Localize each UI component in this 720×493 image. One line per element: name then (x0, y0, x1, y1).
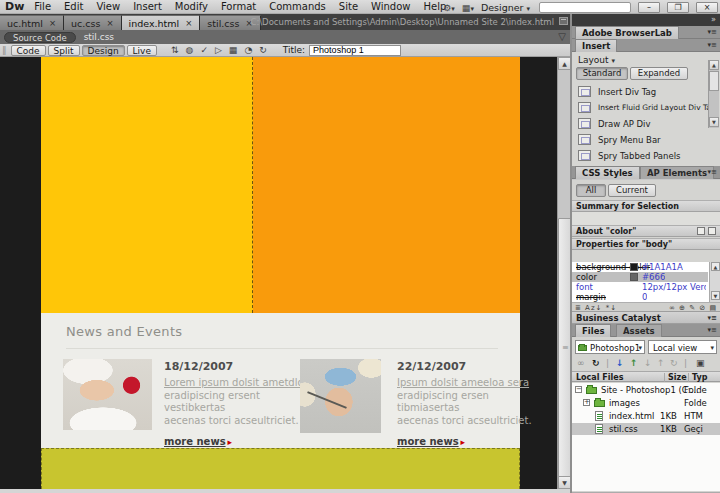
footer-div-block[interactable] (41, 448, 520, 489)
color-swatch[interactable] (630, 273, 638, 281)
tree-row-images[interactable]: + images Folde (572, 397, 720, 409)
preview-in-browser-icon[interactable]: ◍ (186, 45, 194, 55)
tab-uc-css[interactable]: uc.css× (64, 15, 122, 30)
panel-menu-icon[interactable]: ▾≡ (708, 168, 717, 176)
close-icon[interactable]: × (185, 18, 192, 28)
menu-view[interactable]: View (96, 1, 120, 12)
scrollbar-thumb[interactable] (709, 71, 719, 91)
css-prop-row[interactable]: background-color #1A1A1A (572, 262, 708, 272)
show-info-icon[interactable] (708, 227, 716, 235)
sync-icon[interactable]: ↻ (670, 358, 678, 368)
scroll-up-icon[interactable]: ▲ (709, 60, 719, 70)
collapse-expander-icon[interactable]: − (575, 386, 582, 393)
css-prop-row[interactable]: font 12px/12px Verdana, ... (572, 282, 708, 292)
get-files-icon[interactable]: ↓ (616, 358, 624, 368)
news-link[interactable]: Ipsum dolsit ameeloa sera (397, 377, 547, 390)
color-swatch[interactable] (630, 263, 638, 271)
source-code-button[interactable]: Source Code (4, 32, 76, 43)
files-panel-header[interactable]: Files Assets ▾≡ (572, 324, 720, 337)
menu-commands[interactable]: Commands (269, 1, 326, 12)
properties-scrollbar[interactable]: ▲ ▼ (709, 262, 720, 302)
workspace-switcher[interactable]: Designer ▾ (481, 2, 532, 13)
panel-menu-icon[interactable]: ▾≡ (708, 28, 717, 36)
css-prop-row[interactable]: margin 0 (572, 292, 708, 302)
menu-format[interactable]: Format (221, 1, 256, 12)
close-button[interactable]: × (696, 2, 718, 13)
filter-related-files-icon[interactable]: ▽ (558, 31, 566, 42)
extension-manager-icon[interactable]: ⚙▾ (443, 2, 455, 13)
menu-edit[interactable]: Edit (64, 1, 83, 12)
spry-menu-bar-item[interactable]: Spry Menu Bar (572, 132, 706, 148)
all-mode-button[interactable]: All (576, 184, 606, 197)
browserlab-panel-header[interactable]: Adobe BrowserLab ▾≡ (572, 26, 720, 39)
tab-index-html[interactable]: index.html× (122, 15, 201, 30)
scroll-down-icon[interactable]: ▼ (711, 291, 720, 300)
insert-scrollbar[interactable]: ▲ ▼ (708, 60, 719, 128)
check-browser-compat-icon[interactable]: ▷ (215, 45, 222, 55)
panel-menu-icon[interactable]: ▾≡ (708, 41, 717, 49)
scroll-down-icon[interactable]: ▼ (558, 476, 570, 489)
put-files-icon[interactable]: ↑ (630, 358, 638, 368)
refresh-design-icon[interactable]: ↻ (259, 45, 267, 55)
collapse-to-icons-icon[interactable]: » (711, 15, 716, 24)
expanded-mode-button[interactable]: Expanded (630, 67, 688, 80)
panel-menu-icon[interactable]: ▾≡ (708, 314, 717, 322)
w3c-validation-icon[interactable]: ✓ (200, 45, 208, 55)
files-column-header[interactable]: Local Files Size Typ (572, 371, 720, 382)
related-file-stil-css[interactable]: stil.css (84, 32, 114, 42)
browserlab-tab[interactable]: Adobe BrowserLab (575, 26, 679, 39)
menu-window[interactable]: Window (371, 1, 410, 12)
design-view-canvas[interactable]: News and Events 18/12/2007 Lorem ipsum d… (0, 57, 570, 493)
insert-panel-header[interactable]: Insert ▾≡ (572, 39, 720, 52)
assets-tab[interactable]: Assets (616, 324, 662, 337)
tree-row-stil-css[interactable]: stil.css 1KB Geçi (572, 423, 720, 435)
menu-modify[interactable]: Modify (175, 1, 208, 12)
close-icon[interactable]: × (49, 18, 56, 28)
canvas-vertical-scrollbar[interactable]: ▲ ▼ (557, 57, 570, 489)
app-search-input[interactable] (539, 2, 631, 13)
design-view-button[interactable]: Design (82, 45, 125, 56)
news-link[interactable]: Lorem ipsum dolsit ametdloa (164, 377, 314, 390)
expand-panel-icon[interactable]: ▣ (696, 358, 705, 368)
menu-file[interactable]: File (34, 1, 51, 12)
expand-expander-icon[interactable]: + (583, 399, 590, 406)
more-news-link[interactable]: more news▸ (164, 436, 314, 447)
ap-elements-tab[interactable]: AP Elements (640, 166, 714, 179)
panel-menu-icon[interactable]: ▾≡ (708, 326, 717, 334)
spry-tabbed-panels-item[interactable]: Spry Tabbed Panels (572, 148, 706, 164)
insert-tab[interactable]: Insert (575, 39, 617, 52)
close-icon[interactable]: × (106, 18, 113, 28)
code-view-button[interactable]: Code (11, 45, 46, 56)
dock-collapse-bar[interactable]: » (572, 14, 720, 26)
insert-category-dropdown[interactable]: Layout ▾ (578, 55, 615, 65)
scrollbar-thumb[interactable] (558, 218, 570, 477)
menu-site[interactable]: Site (339, 1, 358, 12)
checkin-icon[interactable]: ↑ (657, 358, 665, 368)
standard-mode-button[interactable]: Standard (576, 67, 628, 80)
tree-row-site[interactable]: − Site - Photoshop1 (C:... Folde (572, 384, 720, 396)
live-view-button[interactable]: Live (127, 45, 157, 56)
restore-button[interactable]: ❐ (667, 2, 689, 13)
connect-icon[interactable]: ∞ (577, 358, 585, 368)
tree-row-index-html[interactable]: index.html 1KB HTM (572, 410, 720, 422)
file-management-icon[interactable]: ⇅ (171, 45, 179, 55)
checkout-icon[interactable]: ↓ (644, 358, 652, 368)
split-view-button[interactable]: Split (48, 45, 80, 56)
page-title-input[interactable] (309, 45, 401, 56)
inspect-icon[interactable]: ◔ (244, 45, 252, 55)
minimize-button[interactable]: – (638, 2, 660, 13)
current-mode-button[interactable]: Current (608, 184, 656, 197)
insert-fluid-grid-item[interactable]: Insert Fluid Grid Layout Div Tag (572, 100, 706, 116)
view-select[interactable]: Local view ▾ (648, 340, 717, 354)
scroll-up-icon[interactable]: ▲ (711, 262, 720, 271)
menu-insert[interactable]: Insert (133, 1, 162, 12)
business-catalyst-panel-header[interactable]: Business Catalyst ▾≡ (572, 311, 720, 324)
insert-div-tag-item[interactable]: Insert Div Tag (572, 84, 706, 100)
yellow-div-block[interactable] (41, 57, 253, 313)
visual-aids-icon[interactable]: ▦ (229, 45, 238, 55)
css-styles-tab[interactable]: CSS Styles (575, 166, 640, 179)
scroll-up-icon[interactable]: ▲ (558, 57, 570, 70)
css-styles-panel-header[interactable]: CSS Styles AP Elements ▾≡ (572, 166, 720, 179)
site-select[interactable]: Photoshop1 ▾ (575, 340, 645, 354)
more-news-link[interactable]: more news▸ (397, 436, 547, 447)
